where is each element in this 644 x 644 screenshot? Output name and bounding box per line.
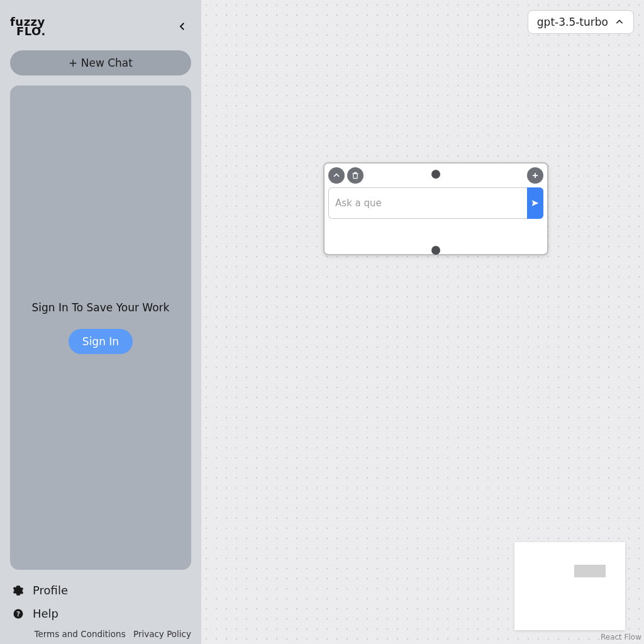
add-node-button[interactable]	[527, 167, 543, 184]
chat-node[interactable]	[323, 162, 548, 255]
sidebar-panel: Sign In To Save Your Work Sign In	[10, 86, 191, 570]
chevron-up-icon	[614, 17, 625, 27]
chevron-left-icon	[177, 21, 188, 32]
model-name: gpt-3.5-turbo	[537, 16, 608, 28]
chevron-up-icon	[332, 171, 341, 180]
trash-icon	[351, 171, 360, 180]
model-selector[interactable]: gpt-3.5-turbo	[528, 10, 634, 34]
node-output-port[interactable]	[431, 246, 440, 255]
canvas[interactable]: gpt-3.5-turbo React Flow	[201, 0, 644, 644]
svg-text:?: ?	[16, 609, 20, 617]
sidebar-footer: Profile ? Help Terms and Conditions Priv…	[10, 579, 191, 639]
help-label: Help	[33, 607, 58, 620]
help-icon: ?	[13, 608, 24, 619]
node-input-port[interactable]	[431, 170, 440, 179]
sidebar: fuzzy FLO. + New Chat Sign In To Save Yo…	[0, 0, 201, 644]
node-input-row	[328, 187, 543, 219]
logo-line2: FLO.	[16, 26, 46, 36]
legal-links: Terms and Conditions Privacy Policy	[10, 625, 191, 639]
plus-icon	[531, 171, 540, 180]
privacy-link[interactable]: Privacy Policy	[133, 629, 191, 639]
canvas-attribution: React Flow	[601, 633, 641, 641]
new-chat-button[interactable]: + New Chat	[10, 50, 191, 75]
terms-link[interactable]: Terms and Conditions	[34, 629, 125, 639]
collapse-node-button[interactable]	[328, 167, 345, 184]
send-button[interactable]	[527, 187, 543, 219]
question-input[interactable]	[328, 187, 527, 219]
sign-in-button[interactable]: Sign In	[69, 329, 133, 354]
profile-label: Profile	[33, 584, 68, 597]
delete-node-button[interactable]	[347, 167, 364, 184]
collapse-sidebar-button[interactable]	[174, 18, 191, 35]
help-link[interactable]: ? Help	[10, 602, 191, 625]
gear-icon	[13, 585, 24, 596]
minimap[interactable]	[514, 542, 625, 630]
send-icon	[531, 199, 540, 208]
profile-link[interactable]: Profile	[10, 579, 191, 602]
sidebar-header: fuzzy FLO.	[10, 8, 191, 45]
minimap-node	[574, 565, 606, 577]
logo: fuzzy FLO.	[10, 17, 46, 36]
sign-in-message: Sign In To Save Your Work	[32, 301, 170, 314]
